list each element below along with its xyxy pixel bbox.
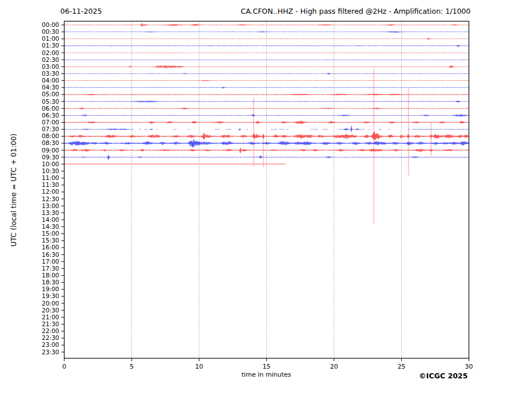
row-label-06:30: 06:30 <box>42 112 59 119</box>
seismogram-figure: 06-11-2025 CA.CFON..HHZ - High pass filt… <box>0 0 532 399</box>
row-label-11:30: 11:30 <box>42 181 59 188</box>
row-label-04:00: 04:00 <box>42 77 59 84</box>
copyright-credit: ©ICGC 2025 <box>419 371 468 380</box>
row-label-02:00: 02:00 <box>42 49 59 56</box>
row-label-03:30: 03:30 <box>42 70 59 77</box>
row-label-08:00: 08:00 <box>42 132 59 139</box>
row-label-09:30: 09:30 <box>42 154 59 161</box>
row-label-01:00: 01:00 <box>42 35 59 42</box>
row-label-04:30: 04:30 <box>42 84 59 91</box>
row-label-20:30: 20:30 <box>42 307 59 314</box>
row-label-15:30: 15:30 <box>42 237 59 244</box>
x-tick-label-0: 0 <box>63 363 67 370</box>
row-label-18:00: 18:00 <box>42 272 59 279</box>
x-tick-label-10: 10 <box>195 363 203 370</box>
row-label-17:00: 17:00 <box>42 258 59 265</box>
row-label-18:30: 18:30 <box>42 279 59 285</box>
row-label-19:30: 19:30 <box>42 292 59 299</box>
row-label-13:00: 13:00 <box>42 202 59 209</box>
row-label-11:00: 11:00 <box>42 174 59 181</box>
row-label-17:30: 17:30 <box>42 265 59 272</box>
row-label-00:00: 00:00 <box>42 21 59 28</box>
x-tick-label-15: 15 <box>263 363 271 370</box>
x-tick-label-25: 25 <box>398 363 406 370</box>
row-label-23:30: 23:30 <box>42 349 59 355</box>
trace-00:30 <box>64 32 469 33</box>
row-label-16:30: 16:30 <box>42 251 59 258</box>
helicorder-plot: 00:0000:3001:0001:3002:0002:3003:0003:30… <box>0 0 532 399</box>
row-label-22:30: 22:30 <box>42 334 59 341</box>
row-label-21:30: 21:30 <box>42 320 59 327</box>
trace-01:00 <box>64 38 469 40</box>
row-label-03:00: 03:00 <box>42 63 59 70</box>
trace-02:00 <box>64 53 469 53</box>
row-label-05:30: 05:30 <box>42 98 59 105</box>
row-label-15:00: 15:00 <box>42 230 59 237</box>
row-label-10:00: 10:00 <box>42 161 59 167</box>
trace-00:00 <box>64 23 469 26</box>
row-label-10:30: 10:30 <box>42 167 59 174</box>
row-label-22:00: 22:00 <box>42 327 59 334</box>
x-tick-label-20: 20 <box>330 363 338 370</box>
x-axis-label: time in minutes <box>209 371 324 378</box>
row-label-14:30: 14:30 <box>42 223 59 230</box>
row-label-09:00: 09:00 <box>42 147 59 154</box>
row-label-16:00: 16:00 <box>42 244 59 251</box>
trace-04:00 <box>64 80 469 81</box>
row-label-06:00: 06:00 <box>42 105 59 112</box>
row-label-12:30: 12:30 <box>42 195 59 202</box>
row-label-02:30: 02:30 <box>42 56 59 63</box>
x-tick-label-30: 30 <box>465 363 473 370</box>
row-label-12:00: 12:00 <box>42 188 59 195</box>
row-label-07:30: 07:30 <box>42 126 59 132</box>
row-label-05:00: 05:00 <box>42 91 59 97</box>
row-label-07:00: 07:00 <box>42 119 59 126</box>
trace-01:30 <box>64 45 469 47</box>
row-label-01:30: 01:30 <box>42 42 59 49</box>
row-label-08:30: 08:30 <box>42 139 59 146</box>
row-label-21:00: 21:00 <box>42 314 59 320</box>
row-label-19:00: 19:00 <box>42 285 59 292</box>
row-label-14:00: 14:00 <box>42 216 59 223</box>
x-tick-label-5: 5 <box>130 363 134 370</box>
row-label-20:00: 20:00 <box>42 300 59 307</box>
row-label-23:00: 23:00 <box>42 341 59 348</box>
row-label-00:30: 00:30 <box>42 28 59 35</box>
row-label-13:30: 13:30 <box>42 209 59 216</box>
